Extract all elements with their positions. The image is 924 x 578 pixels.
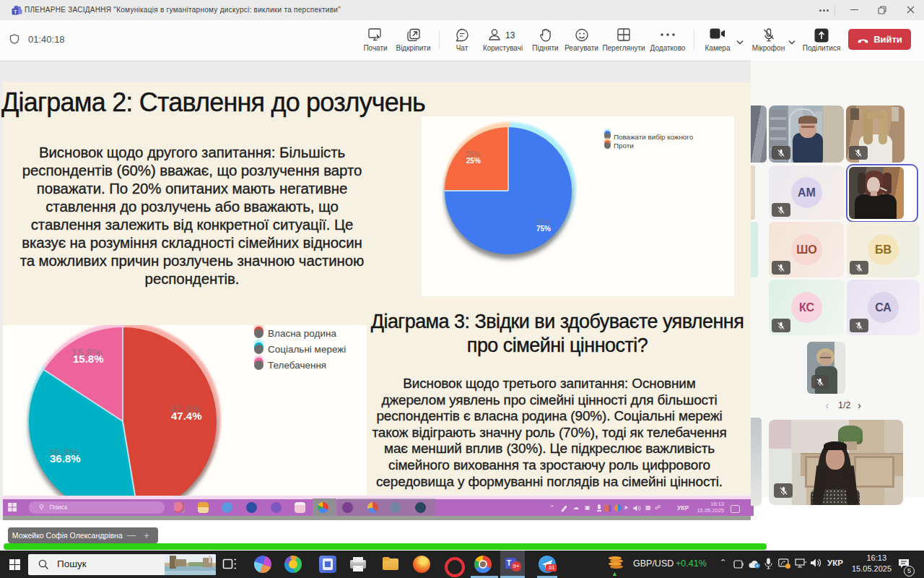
svg-text:T: T <box>14 9 17 15</box>
